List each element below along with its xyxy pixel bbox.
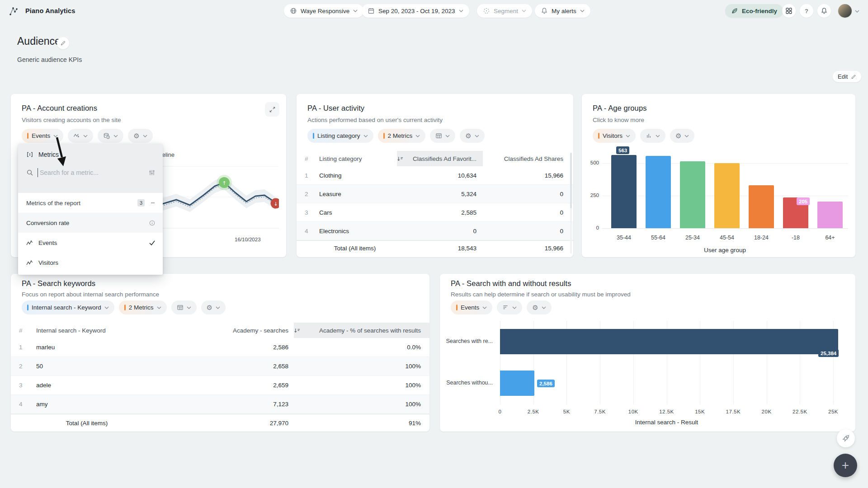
chevron-down-icon — [216, 306, 220, 309]
sort-descending-icon — [397, 156, 404, 162]
age-groups-bar-chart[interactable]: 025050035-4455-6425-3445-5418-24-1864+56… — [582, 94, 855, 257]
card-subtitle: Focus on report about internal search pe… — [22, 291, 159, 298]
assistant-rocket-button[interactable] — [837, 429, 855, 447]
column-header[interactable]: Academy - searches — [145, 323, 294, 338]
chevron-down-icon — [363, 135, 368, 137]
pencil-icon — [60, 40, 66, 46]
bar-35-44[interactable] — [611, 155, 637, 228]
metrics-pill[interactable]: 2 Metrics — [119, 300, 167, 314]
total-cell: 27,970 — [145, 414, 294, 432]
filter-sliders-icon[interactable] — [148, 169, 156, 176]
bar-64+[interactable] — [817, 202, 843, 228]
gear-icon: ⚙ — [465, 132, 471, 139]
table-row[interactable]: 2502,658100% — [11, 357, 429, 376]
expand-button[interactable] — [265, 102, 279, 117]
bar-Searches with re...[interactable] — [500, 329, 838, 354]
info-icon[interactable] — [149, 220, 156, 226]
chart-type-pill[interactable] — [68, 129, 93, 143]
metrics-icon — [26, 151, 33, 158]
table-cell: 0 — [483, 222, 573, 240]
table-row[interactable]: 3adele2,659100% — [11, 376, 429, 395]
menu-item-visitors[interactable]: Visitors — [18, 253, 163, 272]
bar-45-54[interactable] — [714, 163, 740, 228]
brand-name: Piano Analytics — [25, 7, 75, 14]
data-period-pill[interactable] — [98, 129, 123, 143]
table-row[interactable]: 2Leasure5,3240 — [297, 185, 573, 203]
search-results-bar-chart[interactable]: 02.5K5K7.5K10K12.5K15K17.5K20K22.5K25KSe… — [440, 274, 855, 432]
value-badge: 563 — [616, 146, 629, 154]
edit-dashboard-button[interactable]: Edit — [833, 71, 861, 82]
settings-pill[interactable]: ⚙ — [128, 129, 152, 143]
column-header[interactable]: # — [297, 151, 313, 166]
dimension-pill-listing-category[interactable]: Listing category — [307, 129, 373, 143]
table-row[interactable]: 4Electronics00 — [297, 222, 573, 240]
site-selector[interactable]: Waye Responsive — [284, 4, 363, 18]
edit-dashboard-label: Edit — [838, 73, 848, 80]
card-search-keywords: PA - Search keywords Focus on report abo… — [11, 274, 429, 432]
user-avatar[interactable] — [838, 4, 852, 18]
chevron-down-icon — [113, 135, 118, 137]
table-scrollbar[interactable] — [570, 153, 572, 253]
display-table-pill[interactable] — [171, 300, 197, 314]
menu-item-events[interactable]: Events — [18, 233, 163, 253]
table-row[interactable]: 4amy7,123100% — [11, 395, 429, 414]
table-cell: 0 — [483, 185, 573, 203]
value-badge: 205 — [797, 197, 810, 205]
gear-icon: ⚙ — [133, 132, 139, 139]
chevron-down-icon — [522, 9, 526, 12]
apps-grid-button[interactable] — [782, 4, 796, 18]
table-cell: 1 — [297, 166, 313, 184]
bar-25-34[interactable] — [680, 161, 705, 228]
display-table-pill[interactable] — [430, 129, 455, 143]
menu-item-conversion-rate[interactable]: Conversion rate — [18, 213, 163, 233]
table-cell: 0.0% — [294, 338, 429, 357]
user-menu-chevron-icon[interactable] — [855, 10, 859, 13]
bar-Searches withou...[interactable] — [500, 371, 534, 396]
x-axis-tick: 45-54 — [710, 235, 744, 241]
metrics-group-row[interactable]: Metrics of the report 3 — [18, 193, 163, 213]
alerts-label: My alerts — [552, 8, 576, 14]
column-header[interactable]: Internal search - Keyword — [29, 323, 145, 338]
table-cell: 0 — [397, 222, 483, 240]
eco-friendly-badge[interactable]: Eco-friendly — [725, 4, 783, 18]
dimension-pill-internal-search-keyword[interactable]: Internal search - Keyword — [22, 300, 114, 314]
edit-title-button[interactable] — [57, 37, 69, 49]
table-cell: marleu — [29, 338, 145, 357]
table-row[interactable]: 1marleu2,5860.0% — [11, 338, 429, 357]
help-button[interactable]: ? — [800, 4, 813, 18]
brand: Piano Analytics — [8, 5, 75, 16]
column-header[interactable]: # — [11, 323, 29, 338]
column-header-sorted[interactable]: Academy - % of searches with results — [294, 323, 429, 338]
collapse-icon[interactable] — [150, 200, 156, 206]
bar-18-24[interactable] — [749, 185, 774, 228]
table-cell: 2,658 — [145, 357, 294, 375]
metric-color-bar — [383, 133, 385, 139]
table-row[interactable]: 3Cars2,5850 — [297, 203, 573, 222]
segment-picker[interactable]: Segment — [477, 4, 532, 18]
column-header-sorted[interactable]: Classifieds Ad Favorit... — [397, 151, 483, 166]
x-axis-tick: 2.5K — [520, 409, 547, 414]
settings-pill[interactable]: ⚙ — [201, 300, 226, 314]
metric-search[interactable] — [18, 162, 163, 177]
metric-search-input[interactable] — [38, 168, 144, 177]
column-header[interactable]: Classifieds Ad Shares — [483, 151, 573, 166]
y-axis-tick: 500 — [582, 160, 599, 165]
table-row[interactable]: 1Clothing10,63415,966 — [297, 166, 573, 185]
date-range-picker[interactable]: Sep 20, 2023 - Oct 19, 2023 — [362, 4, 469, 18]
bar-55-64[interactable] — [646, 156, 671, 228]
chevron-down-icon — [445, 135, 450, 137]
x-axis-tick: 17.5K — [720, 409, 747, 414]
add-widget-button[interactable]: + — [834, 454, 857, 477]
column-header[interactable]: Listing category — [313, 151, 397, 166]
card-search-results: PA - Search with and without results Res… — [440, 274, 855, 432]
metrics-pill[interactable]: 2 Metrics — [378, 129, 426, 143]
settings-pill[interactable]: ⚙ — [460, 129, 484, 143]
chevron-down-icon — [475, 135, 479, 137]
chevron-down-icon — [157, 306, 161, 309]
table-cell: 1 — [11, 338, 29, 357]
notifications-button[interactable] — [817, 4, 831, 18]
card-title: PA - Account creations — [22, 104, 97, 113]
alerts-menu[interactable]: My alerts — [535, 4, 590, 18]
bell-icon — [541, 7, 548, 14]
table-icon — [435, 132, 442, 139]
